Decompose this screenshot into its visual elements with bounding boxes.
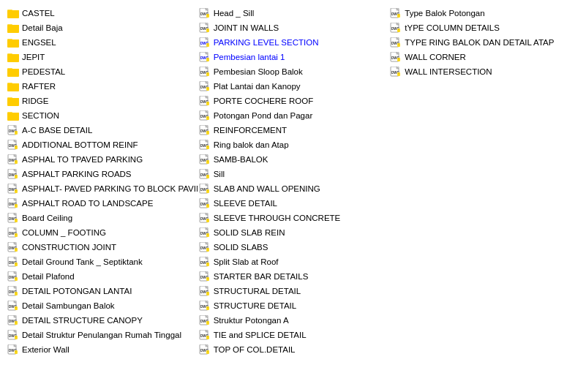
- list-item[interactable]: DWG Pembesian lantai 1: [198, 50, 389, 64]
- svg-rect-167: [15, 292, 18, 295]
- list-item[interactable]: DWG WALL CORNER: [388, 50, 580, 64]
- svg-rect-28: [206, 43, 209, 47]
- svg-rect-2: [7, 10, 19, 18]
- list-item[interactable]: Detail Baja: [6, 20, 198, 35]
- list-item[interactable]: [388, 342, 580, 357]
- list-item[interactable]: [388, 196, 580, 211]
- list-item[interactable]: [388, 255, 580, 269]
- svg-rect-135: [15, 233, 18, 237]
- item-label: SLEEVE THROUGH CONCRETE: [214, 214, 341, 222]
- list-item[interactable]: [388, 167, 580, 181]
- svg-rect-17: [206, 29, 209, 32]
- list-item[interactable]: DWG ASPHALT ROAD TO LANDSCAPE: [6, 196, 198, 211]
- list-item[interactable]: DWG Head _ Sill: [198, 6, 389, 20]
- list-item[interactable]: ENGSEL: [6, 35, 198, 50]
- item-label: PEDESTAL: [22, 67, 65, 76]
- list-item[interactable]: [388, 225, 580, 240]
- list-item[interactable]: DWG TYPE RING BALOK DAN DETAIL ATAP: [388, 35, 580, 50]
- list-item[interactable]: DWG PARKING LEVEL SECTION: [198, 35, 389, 50]
- list-item[interactable]: DWG REINFORCEMENT: [198, 123, 389, 137]
- list-item[interactable]: [388, 94, 580, 108]
- list-item[interactable]: DWG COLUMN _ FOOTING: [6, 225, 198, 240]
- svg-rect-119: [15, 204, 18, 208]
- list-item[interactable]: [388, 284, 580, 298]
- list-item[interactable]: DWG SLAB AND WALL OPENING: [198, 181, 389, 196]
- list-item[interactable]: DWG SLEEVE THROUGH CONCRETE: [198, 211, 389, 225]
- list-item[interactable]: DWG ASPHALT- PAVED PARKING TO BLOCK PAVI…: [6, 181, 198, 196]
- list-item[interactable]: [388, 313, 580, 328]
- list-item[interactable]: DWG Potongan Pond dan Pagar: [198, 108, 389, 123]
- dwg-icon: DWG: [199, 198, 211, 208]
- list-item[interactable]: DWG WALL INTERSECTION: [388, 64, 580, 79]
- list-item[interactable]: DWG TIE and SPLICE DETAIL: [198, 328, 389, 342]
- svg-rect-155: [206, 263, 209, 266]
- list-item[interactable]: DWG SLEEVE DETAIL: [198, 196, 389, 211]
- list-item[interactable]: [388, 298, 580, 313]
- list-item[interactable]: DWG ADDITIONAL BOTTOM REINF: [6, 137, 198, 152]
- item-label: tYPE COLUMN DETAILS: [405, 23, 500, 32]
- item-label: WALL CORNER: [405, 53, 466, 61]
- list-item[interactable]: CASTEL: [6, 6, 198, 20]
- list-item[interactable]: DWG Struktur Potongan A: [198, 313, 389, 328]
- list-item[interactable]: SECTION: [6, 108, 198, 123]
- list-item[interactable]: DWG Detail Ground Tank _ Septiktank: [6, 255, 198, 269]
- list-item[interactable]: DWG SAMB-BALOK: [198, 152, 389, 167]
- list-item[interactable]: PEDESTAL: [6, 64, 198, 79]
- dwg-icon: DWG: [199, 154, 211, 165]
- list-item[interactable]: [388, 152, 580, 167]
- list-item[interactable]: DWG A-C BASE DETAIL: [6, 123, 198, 137]
- list-item[interactable]: DWG Type Balok Potongan: [388, 6, 580, 20]
- list-item[interactable]: [388, 123, 580, 137]
- list-item[interactable]: DWG tYPE COLUMN DETAILS: [388, 20, 580, 35]
- svg-rect-103: [15, 175, 18, 178]
- dwg-icon: DWG: [7, 213, 19, 223]
- list-item[interactable]: DWG Board Ceiling: [6, 211, 198, 225]
- list-item[interactable]: DWG Plat Lantai dan Kanopy: [198, 79, 389, 94]
- list-item[interactable]: DWG Detail Plafond: [6, 269, 198, 284]
- list-item[interactable]: [388, 269, 580, 284]
- svg-rect-191: [15, 336, 18, 339]
- list-item[interactable]: DWG Pembesian Sloop Balok: [198, 64, 389, 79]
- list-item[interactable]: DWG Detail Struktur Penulangan Rumah Tin…: [6, 328, 198, 342]
- list-item[interactable]: DWG JOINT IN WALLS: [198, 20, 389, 35]
- file-list: CASTEL DWG Head _ Sill DWG Type Balok Po…: [6, 6, 580, 357]
- list-item[interactable]: [388, 108, 580, 123]
- dwg-icon: DWG: [199, 301, 211, 311]
- list-item[interactable]: DWG Exterior Wall: [6, 342, 198, 357]
- list-item[interactable]: DWG STRUCTURAL DETAIL: [198, 284, 389, 298]
- item-label: PARKING LEVEL SECTION: [214, 38, 319, 47]
- list-item[interactable]: DWG ASPHAL TO TPAVED PARKING: [6, 152, 198, 167]
- folder-icon: [7, 52, 19, 62]
- list-item[interactable]: DWG TOP OF COL.DETAIL: [198, 342, 389, 357]
- list-item[interactable]: DWG DETAIL POTONGAN LANTAI: [6, 284, 198, 298]
- list-item[interactable]: DWG Sill: [198, 167, 389, 181]
- list-item[interactable]: RAFTER: [6, 79, 198, 94]
- list-item[interactable]: DWG Ring balok dan Atap: [198, 137, 389, 152]
- svg-rect-79: [15, 131, 18, 135]
- list-item[interactable]: DWG DETAIL STRUCTURE CANOPY: [6, 313, 198, 328]
- list-item[interactable]: [388, 240, 580, 255]
- list-item[interactable]: DWG PORTE COCHERE ROOF: [198, 94, 389, 108]
- list-item[interactable]: DWG SOLID SLAB REIN: [198, 225, 389, 240]
- item-label: Type Balok Potongan: [405, 9, 484, 18]
- list-item[interactable]: DWG Detail Sambungan Balok: [6, 298, 198, 313]
- list-item[interactable]: DWG STRUCTURE DETAIL: [198, 298, 389, 313]
- list-item[interactable]: DWG ASPHALT PARKING ROADS: [6, 167, 198, 181]
- list-item[interactable]: JEPIT: [6, 50, 198, 64]
- list-item[interactable]: DWG SOLID SLABS: [198, 240, 389, 255]
- item-label: Struktur Potongan A: [214, 316, 289, 325]
- item-label: Exterior Wall: [22, 345, 70, 354]
- list-item[interactable]: [388, 79, 580, 94]
- list-item[interactable]: DWG CONSTRUCTION JOINT: [6, 240, 198, 255]
- list-item[interactable]: [388, 137, 580, 152]
- list-item[interactable]: [388, 328, 580, 342]
- list-item[interactable]: DWG Split Slab at Roof: [198, 255, 389, 269]
- dwg-icon: DWG: [390, 67, 402, 77]
- dwg-icon: DWG: [7, 169, 19, 179]
- list-item[interactable]: [388, 181, 580, 196]
- list-item[interactable]: DWG STARTER BAR DETAILS: [198, 269, 389, 284]
- svg-rect-115: [206, 189, 209, 193]
- list-item[interactable]: RIDGE: [6, 94, 198, 108]
- item-label: Board Ceiling: [22, 214, 72, 222]
- list-item[interactable]: [388, 211, 580, 225]
